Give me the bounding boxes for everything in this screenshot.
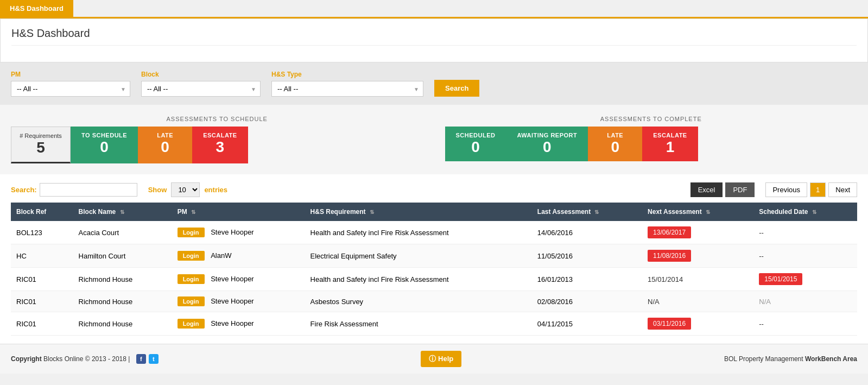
footer: Copyright Blocks Online © 2013 - 2018 | … <box>0 344 868 374</box>
block-select-wrapper[interactable]: -- All -- <box>141 81 261 97</box>
complete-late-value: 0 <box>599 138 631 156</box>
requirements-card: # Requirements 5 <box>11 127 71 163</box>
cell-next-assessment: 15/01/2014 <box>642 268 753 291</box>
cell-block-name: Hamilton Court <box>73 244 172 268</box>
pm-name: Steve Hooper <box>211 297 254 305</box>
pdf-button[interactable]: PDF <box>725 182 755 197</box>
assessments-to-complete-group: ASSESSMENTS TO COMPLETE SCHEDULED 0 AWAI… <box>445 116 858 163</box>
col-hs-req: H&S Requirement ⇅ <box>305 203 532 221</box>
next-assessment-value: 13/06/2017 <box>648 226 691 238</box>
current-page: 1 <box>810 182 826 197</box>
cell-last-assessment: 14/06/2016 <box>532 221 642 244</box>
login-button[interactable]: Login <box>178 228 205 237</box>
table-search-input[interactable] <box>40 183 137 197</box>
search-button[interactable]: Search <box>434 80 479 97</box>
next-assessment-value: N/A <box>648 298 660 306</box>
col-block-name: Block Name ⇅ <box>73 203 172 221</box>
block-select[interactable]: -- All -- <box>141 81 261 97</box>
excel-button[interactable]: Excel <box>690 182 723 197</box>
complete-escalate-label: ESCALATE <box>653 132 687 138</box>
awaiting-report-card: AWAITING REPORT 0 <box>506 127 588 161</box>
to-schedule-card: TO SCHEDULE 0 <box>71 127 138 163</box>
cell-block-name: Richmond House <box>73 291 172 312</box>
hs-dashboard-tab[interactable]: H&S Dashboard <box>0 0 73 17</box>
awaiting-report-value: 0 <box>517 138 577 156</box>
sort-icon-next: ⇅ <box>706 209 710 215</box>
login-button[interactable]: Login <box>178 319 205 329</box>
footer-copyright-bold: Copyright <box>11 355 42 363</box>
schedule-escalate-label: ESCALATE <box>203 132 237 138</box>
footer-copyright-text: Blocks Online © 2013 - 2018 | <box>43 355 130 363</box>
sort-icon-block-name: ⇅ <box>120 209 124 215</box>
cell-scheduled-date: -- <box>753 312 857 336</box>
table-row: RIC01 Richmond House Login Steve Hooper … <box>11 268 857 291</box>
sort-icon-hs-req: ⇅ <box>370 209 374 215</box>
cell-block-name: Richmond House <box>73 268 172 291</box>
table-row: BOL123 Acacia Court Login Steve Hooper H… <box>11 221 857 244</box>
to-complete-group-title: ASSESSMENTS TO COMPLETE <box>445 116 858 122</box>
sort-icon-last: ⇅ <box>594 209 599 215</box>
pagination: Previous 1 Next <box>765 182 857 197</box>
login-button[interactable]: Login <box>178 274 205 284</box>
pm-name: Steve Hooper <box>211 275 254 283</box>
filters-area: PM -- All -- Block -- All -- H&S Type --… <box>0 62 868 105</box>
cell-hs-req: Fire Risk Assessment <box>305 312 532 336</box>
pm-filter-group: PM -- All -- <box>11 71 130 97</box>
hs-type-select-wrapper[interactable]: -- All -- <box>271 81 423 97</box>
cell-scheduled-date: 15/01/2015 <box>753 268 857 291</box>
cell-next-assessment: 11/08/2016 <box>642 244 753 268</box>
scheduled-label: SCHEDULED <box>456 132 496 138</box>
schedule-escalate-card: ESCALATE 3 <box>192 127 248 163</box>
footer-right-bold: WorkBench Area <box>805 355 857 363</box>
to-schedule-group-title: ASSESSMENTS TO SCHEDULE <box>11 116 423 122</box>
col-block-ref: Block Ref <box>11 203 73 221</box>
cell-pm: Login AlanW <box>172 244 305 268</box>
to-schedule-label: TO SCHEDULE <box>81 132 127 138</box>
help-icon: ⓘ <box>429 355 436 363</box>
hs-type-filter-group: H&S Type -- All -- <box>271 71 423 97</box>
help-label: Help <box>438 355 453 363</box>
cell-block-ref: BOL123 <box>11 221 73 244</box>
scheduled-date-value: 15/01/2015 <box>759 273 802 285</box>
scheduled-card: SCHEDULED 0 <box>445 127 506 161</box>
pm-select[interactable]: -- All -- <box>11 81 130 97</box>
cell-block-ref: RIC01 <box>11 268 73 291</box>
help-button[interactable]: ⓘ Help <box>421 351 461 367</box>
cell-last-assessment: 02/08/2016 <box>532 291 642 312</box>
pm-label: PM <box>11 71 130 78</box>
complete-late-label: LATE <box>599 132 631 138</box>
login-button[interactable]: Login <box>178 296 205 306</box>
awaiting-report-label: AWAITING REPORT <box>517 132 577 138</box>
assessments-container: ASSESSMENTS TO SCHEDULE # Requirements 5… <box>11 116 857 163</box>
cell-pm: Login Steve Hooper <box>172 312 305 336</box>
block-filter-group: Block -- All -- <box>141 71 261 97</box>
to-schedule-value: 0 <box>81 138 127 156</box>
hs-type-select[interactable]: -- All -- <box>271 81 423 97</box>
assessments-to-schedule-group: ASSESSMENTS TO SCHEDULE # Requirements 5… <box>11 116 423 163</box>
cell-last-assessment: 04/11/2015 <box>532 312 642 336</box>
sort-icon-pm: ⇅ <box>191 209 195 215</box>
next-button[interactable]: Next <box>828 182 857 197</box>
schedule-escalate-value: 3 <box>203 138 237 156</box>
complete-escalate-card: ESCALATE 1 <box>642 127 698 161</box>
social-icons: f t <box>136 354 159 364</box>
requirements-label: # Requirements <box>20 132 62 139</box>
table-row: RIC01 Richmond House Login Steve Hooper … <box>11 291 857 312</box>
pm-select-wrapper[interactable]: -- All -- <box>11 81 130 97</box>
facebook-icon[interactable]: f <box>136 354 146 364</box>
schedule-late-value: 0 <box>149 138 181 156</box>
cell-block-ref: RIC01 <box>11 291 73 312</box>
scheduled-date-value: -- <box>759 229 764 237</box>
entries-select[interactable]: 10 <box>171 182 200 197</box>
col-last-assessment: Last Assessment ⇅ <box>532 203 642 221</box>
previous-button[interactable]: Previous <box>765 182 807 197</box>
twitter-icon[interactable]: t <box>149 354 159 364</box>
cell-hs-req: Asbestos Survey <box>305 291 532 312</box>
cell-block-name: Richmond House <box>73 312 172 336</box>
login-button[interactable]: Login <box>178 251 205 261</box>
table-section: Search: Show 10 entries Excel PDF Previo… <box>0 174 868 344</box>
to-complete-cards-row: SCHEDULED 0 AWAITING REPORT 0 LATE 0 ESC… <box>445 127 858 161</box>
schedule-late-label: LATE <box>149 132 181 138</box>
cell-hs-req: Health and Safety incl Fire Risk Assessm… <box>305 221 532 244</box>
cell-scheduled-date: -- <box>753 244 857 268</box>
